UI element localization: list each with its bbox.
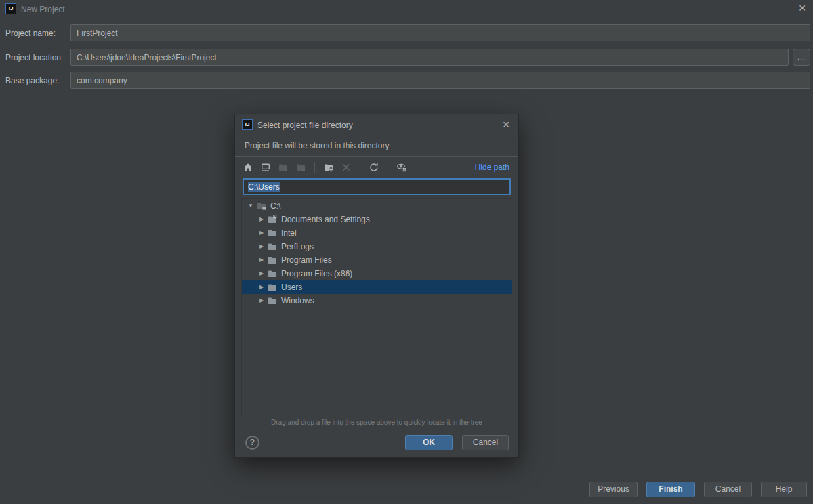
folder-icon: [267, 255, 278, 266]
project-name-input[interactable]: [70, 24, 810, 41]
base-package-input[interactable]: [70, 72, 810, 89]
tree-item-label: Program Files: [281, 253, 332, 267]
folder-icon: [267, 268, 278, 279]
drive-icon: [256, 201, 267, 211]
previous-button[interactable]: Previous: [589, 482, 638, 497]
file-chooser-toolbar: Hide path: [243, 158, 509, 177]
expand-arrow-icon[interactable]: ▶: [256, 267, 267, 280]
folder-source-icon: [295, 162, 306, 173]
browse-button[interactable]: ...: [793, 49, 810, 66]
show-hidden-icon[interactable]: [396, 162, 407, 173]
folder-icon: [267, 282, 278, 293]
desktop-icon[interactable]: [260, 162, 271, 173]
tree-row[interactable]: ▶PerfLogs: [242, 240, 512, 253]
separator: [235, 156, 518, 157]
directory-tree[interactable]: ▼C:\▶Documents and Settings▶Intel▶PerfLo…: [241, 198, 512, 417]
dialog-title: Select project file directory: [257, 121, 353, 130]
tree-item-label: PerfLogs: [281, 240, 314, 253]
dialog-help-button[interactable]: ?: [245, 436, 259, 450]
dialog-close-icon[interactable]: ✕: [502, 119, 510, 130]
expand-arrow-icon[interactable]: ▶: [256, 294, 267, 308]
base-package-label: Base package:: [5, 76, 59, 85]
dialog-subtitle: Project file will be stored in this dire…: [245, 141, 389, 150]
tree-row[interactable]: ▼C:\: [242, 199, 512, 213]
tree-item-label: Documents and Settings: [281, 213, 370, 226]
select-directory-dialog: IJ Select project file directory ✕ Proje…: [234, 114, 519, 458]
tree-row[interactable]: ▶Program Files (x86): [242, 267, 512, 280]
folder-symlink-icon: [267, 214, 278, 225]
drag-drop-hint: Drag and drop a file into the space abov…: [235, 419, 518, 426]
expand-arrow-icon[interactable]: ▶: [256, 213, 267, 226]
tree-item-label: Intel: [281, 226, 297, 240]
project-name-label: Project name:: [5, 28, 56, 38]
tree-row[interactable]: ▶Program Files: [242, 253, 512, 267]
toolbar-separator: [360, 162, 360, 173]
tree-item-label: Program Files (x86): [281, 267, 352, 280]
folder-icon: [267, 241, 278, 252]
dialog-titlebar: IJ Select project file directory ✕: [235, 114, 518, 135]
path-selected-text: C:\Users: [248, 182, 280, 192]
folder-icon: [267, 228, 278, 238]
window-close-icon[interactable]: ✕: [798, 3, 806, 14]
project-location-label: Project location:: [5, 53, 63, 62]
tree-row[interactable]: ▶Users: [242, 280, 512, 294]
delete-icon: [341, 162, 352, 173]
expand-arrow-icon[interactable]: ▶: [256, 280, 267, 294]
intellij-logo-icon: IJ: [5, 3, 16, 14]
new-folder-icon[interactable]: [323, 162, 334, 173]
folder-icon: [267, 295, 278, 306]
ok-button[interactable]: OK: [405, 435, 453, 450]
hide-path-link[interactable]: Hide path: [475, 163, 509, 172]
dialog-cancel-button[interactable]: Cancel: [462, 435, 509, 450]
window-title: New Project: [21, 5, 65, 14]
expand-arrow-icon[interactable]: ▶: [256, 226, 267, 240]
path-input[interactable]: C:\Users: [243, 178, 511, 195]
collapse-arrow-icon[interactable]: ▼: [245, 199, 256, 213]
expand-arrow-icon[interactable]: ▶: [256, 253, 267, 267]
tree-row[interactable]: ▶Windows: [242, 294, 512, 308]
intellij-logo-icon: IJ: [242, 119, 253, 130]
window-titlebar: IJ New Project ✕: [0, 0, 813, 18]
cancel-button[interactable]: Cancel: [704, 482, 752, 497]
toolbar-separator: [388, 162, 388, 173]
tree-row[interactable]: ▶Documents and Settings: [242, 213, 512, 226]
text-caret: [280, 182, 280, 192]
refresh-icon[interactable]: [369, 162, 379, 173]
tree-item-label: C:\: [270, 199, 280, 213]
tree-item-label: Windows: [281, 294, 314, 308]
expand-arrow-icon[interactable]: ▶: [256, 240, 267, 253]
project-location-input[interactable]: [70, 49, 789, 66]
tree-item-label: Users: [281, 280, 302, 294]
toolbar-separator: [314, 162, 315, 173]
folder-module-icon: [278, 162, 289, 173]
help-button[interactable]: Help: [761, 482, 807, 497]
home-icon[interactable]: [243, 162, 253, 173]
tree-row[interactable]: ▶Intel: [242, 226, 512, 240]
finish-button[interactable]: Finish: [646, 482, 695, 497]
